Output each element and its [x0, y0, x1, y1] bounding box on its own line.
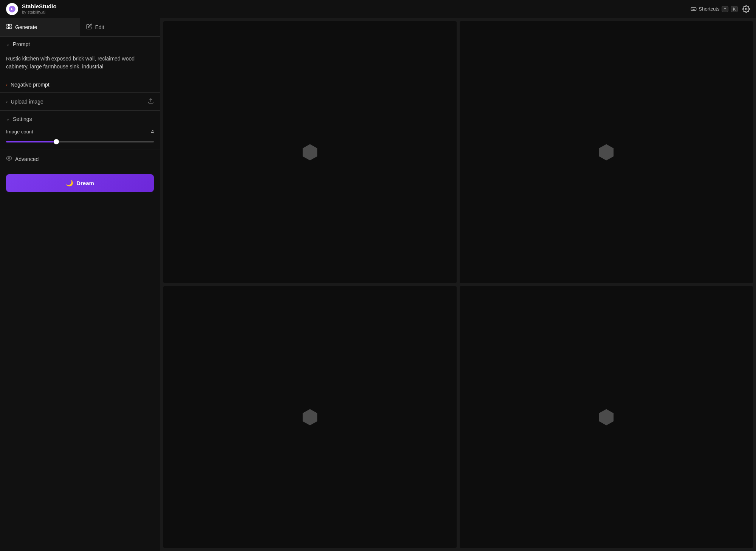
eye-icon: [6, 155, 12, 163]
main-layout: Generate Edit ⌄ Prompt Rustic kitchen wi…: [0, 18, 756, 551]
image-count-value: 4: [146, 129, 154, 135]
advanced-label: Advanced: [15, 156, 39, 162]
svg-point-2: [745, 8, 747, 10]
header-left: StableStudio by stability.ai: [6, 3, 57, 15]
image-cell-4[interactable]: [460, 286, 753, 548]
image-canvas: [160, 18, 756, 551]
loading-spinner-1: [301, 143, 319, 161]
settings-chevron-down-icon: ⌄: [6, 116, 10, 122]
upload-image-label: Upload image: [11, 99, 43, 105]
image-cell-1[interactable]: [163, 21, 457, 283]
svg-marker-10: [599, 144, 613, 160]
tab-bar: Generate Edit: [0, 18, 160, 37]
shortcuts-button[interactable]: Shortcuts ^ K: [691, 6, 738, 12]
upload-left: › Upload image: [6, 99, 43, 105]
image-cell-3[interactable]: [163, 286, 457, 548]
header-right: Shortcuts ^ K: [691, 5, 750, 13]
dream-button-label: Dream: [76, 180, 94, 186]
upload-icon: [148, 98, 154, 105]
loading-spinner-3: [301, 408, 319, 426]
svg-rect-4: [9, 24, 11, 26]
sidebar: Generate Edit ⌄ Prompt Rustic kitchen wi…: [0, 18, 160, 551]
upload-image-section[interactable]: › Upload image: [0, 93, 160, 111]
grid-icon: [6, 23, 12, 31]
negative-prompt-label: Negative prompt: [11, 82, 50, 88]
settings-content: Image count 4: [0, 127, 160, 150]
gear-icon: [742, 5, 750, 13]
svg-rect-5: [7, 27, 9, 29]
dream-button[interactable]: 🌙 Dream: [6, 174, 154, 192]
prompt-chevron-down-icon: ⌄: [6, 42, 10, 47]
negative-prompt-chevron-right-icon: ›: [6, 82, 8, 87]
svg-rect-3: [7, 24, 9, 26]
image-cell-2[interactable]: [460, 21, 753, 283]
negative-prompt-section: › Negative prompt: [0, 77, 160, 93]
settings-header[interactable]: ⌄ Settings: [0, 111, 160, 127]
generate-tab-label: Generate: [15, 24, 37, 30]
upload-chevron-right-icon: ›: [6, 99, 8, 104]
loading-spinner-2: [597, 143, 615, 161]
image-count-slider-container: [6, 138, 154, 144]
image-count-label: Image count: [6, 129, 33, 135]
keyboard-icon: [691, 6, 697, 12]
svg-point-8: [8, 158, 10, 159]
edit-icon: [86, 23, 92, 31]
image-count-row: Image count 4: [6, 129, 154, 135]
prompt-section-label: Prompt: [13, 41, 30, 47]
prompt-section: ⌄ Prompt Rustic kitchen with exposed bri…: [0, 37, 160, 77]
image-count-slider[interactable]: [6, 141, 154, 142]
prompt-text[interactable]: Rustic kitchen with exposed brick wall, …: [0, 52, 160, 77]
kbd-k: K: [731, 6, 738, 12]
settings-button[interactable]: [742, 5, 750, 13]
shortcuts-label: Shortcuts: [699, 6, 720, 12]
logo-title: StableStudio: [22, 3, 57, 10]
svg-rect-6: [9, 27, 11, 29]
loading-spinner-4: [597, 408, 615, 426]
logo-icon: [6, 3, 18, 15]
settings-label: Settings: [13, 116, 32, 122]
negative-prompt-header[interactable]: › Negative prompt: [0, 77, 160, 92]
svg-rect-1: [691, 8, 696, 11]
svg-marker-9: [303, 144, 317, 160]
edit-tab-label: Edit: [95, 24, 104, 30]
header: StableStudio by stability.ai Shortcuts ^…: [0, 0, 756, 18]
dream-moon-icon: 🌙: [66, 180, 73, 187]
kbd-ctrl: ^: [722, 6, 728, 12]
svg-marker-12: [599, 409, 613, 425]
tab-generate[interactable]: Generate: [0, 18, 80, 36]
prompt-section-header[interactable]: ⌄ Prompt: [0, 37, 160, 52]
svg-marker-11: [303, 409, 317, 425]
logo-text: StableStudio by stability.ai: [22, 3, 57, 15]
tab-edit[interactable]: Edit: [80, 18, 160, 36]
advanced-section[interactable]: Advanced: [0, 150, 160, 168]
settings-section: ⌄ Settings Image count 4: [0, 111, 160, 150]
logo-subtitle: by stability.ai: [22, 10, 57, 15]
